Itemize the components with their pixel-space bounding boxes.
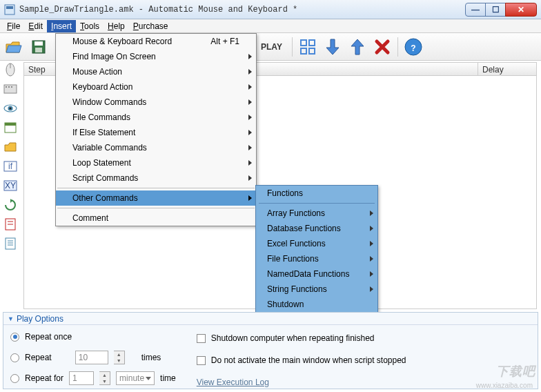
minimize-button[interactable]: — xyxy=(465,3,486,17)
sm-excel-functions[interactable]: Excel Functions xyxy=(256,236,377,251)
svg-rect-29 xyxy=(6,238,15,249)
xy-icon[interactable]: XY xyxy=(3,178,18,193)
svg-rect-21 xyxy=(5,123,16,126)
sm-database-functions[interactable]: Database Functions xyxy=(256,221,377,236)
menu-insert[interactable]: Insert xyxy=(47,20,76,32)
collapse-icon: ▼ xyxy=(8,315,14,322)
mi-window-commands[interactable]: Window Commands xyxy=(56,95,256,110)
repeat-for-spinner[interactable]: ▲▼ xyxy=(99,371,110,385)
menu-help[interactable]: Help xyxy=(104,20,129,32)
label-times: times xyxy=(141,353,161,362)
col-step[interactable]: Step xyxy=(24,63,56,75)
up-button[interactable] xyxy=(346,36,368,58)
chevron-right-icon xyxy=(370,286,373,292)
loop-icon[interactable] xyxy=(3,197,18,213)
watermark-url: www.xiazaiba.com xyxy=(476,382,533,389)
svg-rect-4 xyxy=(35,48,42,52)
mi-if-else[interactable]: If Else Statement xyxy=(56,125,256,140)
sm-file-functions[interactable]: File Functions xyxy=(256,251,377,266)
chevron-right-icon xyxy=(248,175,252,181)
chevron-right-icon xyxy=(370,256,373,262)
sidebar: if XY xyxy=(3,62,19,251)
grid-button[interactable] xyxy=(297,36,319,58)
sm-functions[interactable]: Functions xyxy=(256,186,377,201)
chevron-right-icon xyxy=(248,115,252,120)
save-button[interactable] xyxy=(28,36,50,58)
app-icon xyxy=(4,4,15,15)
link-view-log[interactable]: View Execution Log xyxy=(197,378,269,387)
svg-rect-5 xyxy=(301,40,306,46)
delete-button[interactable] xyxy=(371,36,393,58)
close-button[interactable]: ✕ xyxy=(505,3,537,17)
chk-not-activate[interactable] xyxy=(197,356,206,365)
chk-shutdown[interactable] xyxy=(197,334,206,343)
svg-rect-7 xyxy=(301,48,306,54)
radio-repeat[interactable] xyxy=(10,353,19,362)
titlebar: Sample_DrawTriangle.amk - Automatic Mous… xyxy=(0,0,541,19)
svg-rect-16 xyxy=(11,86,12,88)
label-time: time xyxy=(160,373,176,383)
mi-file-commands[interactable]: File Commands xyxy=(56,110,256,125)
play-options-header[interactable]: ▼ Play Options xyxy=(3,313,538,325)
time-unit-combo[interactable]: minute xyxy=(116,371,155,385)
menu-edit[interactable]: Edit xyxy=(24,20,47,32)
label-repeat-once: Repeat once xyxy=(25,332,72,342)
other-commands-submenu: Functions Array Functions Database Funct… xyxy=(255,185,378,313)
chevron-right-icon xyxy=(370,210,373,216)
help-button[interactable]: ? xyxy=(402,36,424,58)
chevron-right-icon xyxy=(248,84,252,90)
sm-nameddata-functions[interactable]: NamedData Functions xyxy=(256,266,377,282)
keyboard-icon[interactable] xyxy=(3,81,18,97)
mi-other-commands[interactable]: Other Commands xyxy=(56,190,256,206)
svg-rect-13 xyxy=(4,85,17,93)
script-icon[interactable] xyxy=(3,217,18,232)
menu-purchase[interactable]: Purchase xyxy=(129,20,173,32)
eye-icon[interactable] xyxy=(3,101,18,116)
repeat-for-input[interactable]: 1 xyxy=(69,371,94,385)
mi-keyboard-action[interactable]: Keyboard Action xyxy=(56,79,256,95)
svg-rect-3 xyxy=(35,41,43,46)
maximize-button[interactable]: ☐ xyxy=(485,3,506,17)
menu-file[interactable]: File xyxy=(3,20,24,32)
chevron-right-icon xyxy=(248,69,252,75)
label-shutdown: Shutdown computer when repeating finishe… xyxy=(211,333,375,343)
sm-string-functions[interactable]: String Functions xyxy=(256,282,377,297)
svg-point-19 xyxy=(9,107,11,109)
svg-text:?: ? xyxy=(411,43,415,53)
svg-rect-14 xyxy=(6,86,7,88)
sm-array-functions[interactable]: Array Functions xyxy=(256,206,377,221)
if-icon[interactable]: if xyxy=(3,159,18,174)
play-options-title: Play Options xyxy=(17,314,63,324)
mi-mouse-kb-record[interactable]: Mouse & Keyboard RecordAlt + F1 xyxy=(56,34,256,49)
mi-script-commands[interactable]: Script Commands xyxy=(56,170,256,186)
play-options-panel: ▼ Play Options Repeat once Repeat 10 ▲▼ … xyxy=(3,312,538,389)
mi-find-image[interactable]: Find Image On Screen xyxy=(56,49,256,64)
shortcut-label: Alt + F1 xyxy=(210,37,239,46)
chevron-right-icon xyxy=(370,241,373,246)
mi-loop-statement[interactable]: Loop Statement xyxy=(56,155,256,170)
down-button[interactable] xyxy=(322,36,344,58)
window-icon[interactable] xyxy=(3,120,18,135)
chevron-right-icon xyxy=(248,130,252,135)
open-button[interactable] xyxy=(3,36,25,58)
svg-rect-8 xyxy=(309,48,315,54)
mi-variable-commands[interactable]: Variable Commands xyxy=(56,140,256,155)
col-delay[interactable]: Delay xyxy=(478,63,536,75)
radio-repeat-once[interactable] xyxy=(10,333,19,342)
sm-shutdown[interactable]: Shutdown xyxy=(256,297,377,312)
repeat-count-input[interactable]: 10 xyxy=(75,351,108,364)
mi-mouse-action[interactable]: Mouse Action xyxy=(56,64,256,79)
menu-tools[interactable]: Tools xyxy=(76,20,104,32)
window-title: Sample_DrawTriangle.amk - Automatic Mous… xyxy=(19,5,466,14)
svg-text:if: if xyxy=(8,161,13,171)
mi-comment[interactable]: Comment xyxy=(56,210,256,226)
chevron-right-icon xyxy=(248,99,252,105)
doc-icon[interactable] xyxy=(3,236,18,251)
radio-repeat-for[interactable] xyxy=(10,374,19,383)
repeat-count-spinner[interactable]: ▲▼ xyxy=(114,351,125,364)
chevron-right-icon xyxy=(248,160,252,166)
menubar: File Edit Insert Tools Help Purchase xyxy=(0,19,541,33)
mouse-icon[interactable] xyxy=(3,62,18,77)
folder-icon[interactable] xyxy=(3,139,18,155)
watermark: 下载吧 xyxy=(496,363,535,380)
